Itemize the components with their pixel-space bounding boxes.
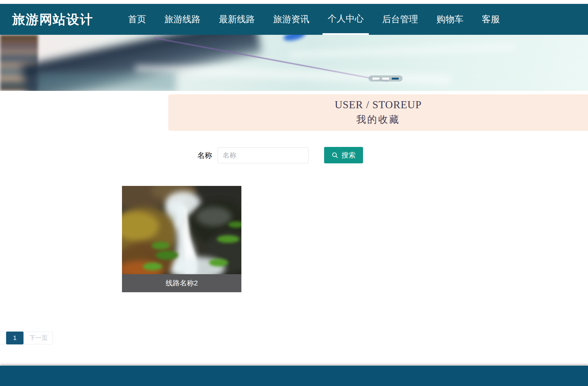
top-navbar: 旅游网站设计 首页 旅游线路 最新线路 旅游资讯 个人中心 后台管理 购物车 客… (0, 4, 588, 35)
nav-item-service[interactable]: 客服 (482, 4, 500, 35)
search-button-label: 搜索 (341, 150, 356, 160)
route-card-title: 线路名称2 (122, 274, 241, 292)
nav-item-latest-routes[interactable]: 最新线路 (219, 4, 255, 35)
search-button[interactable]: 搜索 (324, 147, 363, 163)
pager-next-button[interactable]: 下一页 (24, 332, 53, 344)
site-logo: 旅游网站设计 (12, 4, 93, 35)
carousel-indicators (369, 75, 403, 82)
page: 旅游网站设计 首页 旅游线路 最新线路 旅游资讯 个人中心 后台管理 购物车 客… (0, 0, 588, 386)
nav-item-home[interactable]: 首页 (128, 4, 146, 35)
banner-water-foam (135, 65, 451, 84)
breadcrumb: USER / STOREUP (168, 99, 588, 111)
search-input[interactable] (218, 147, 309, 163)
banner-water-foam (290, 44, 515, 58)
pager-prev-button-partial[interactable] (0, 332, 5, 344)
nav-item-admin[interactable]: 后台管理 (382, 4, 418, 35)
hero-carousel-banner (0, 35, 588, 91)
route-card-image (122, 186, 241, 274)
nav-item-personal-center[interactable]: 个人中心 (322, 4, 369, 35)
banner-blue-detail (283, 35, 306, 43)
carousel-dash-1[interactable] (372, 78, 379, 80)
nav-item-travel-news[interactable]: 旅游资讯 (273, 4, 309, 35)
pager-page-1[interactable]: 1 (6, 332, 23, 344)
carousel-dash-3-active[interactable] (392, 78, 399, 80)
page-title: 我的收藏 (168, 113, 588, 126)
carousel-dash-2[interactable] (382, 78, 389, 80)
page-footer (0, 366, 588, 386)
search-field-label: 名称 (197, 147, 212, 163)
breadcrumb-panel: USER / STOREUP 我的收藏 (168, 94, 588, 131)
nav-item-cart[interactable]: 购物车 (436, 4, 463, 35)
search-icon (331, 152, 339, 159)
banner-shallow-water (38, 73, 176, 91)
nav-menu: 首页 旅游线路 最新线路 旅游资讯 个人中心 后台管理 购物车 客服 (128, 4, 500, 35)
route-card[interactable]: 线路名称2 (122, 186, 241, 292)
nav-item-routes[interactable]: 旅游线路 (164, 4, 201, 35)
